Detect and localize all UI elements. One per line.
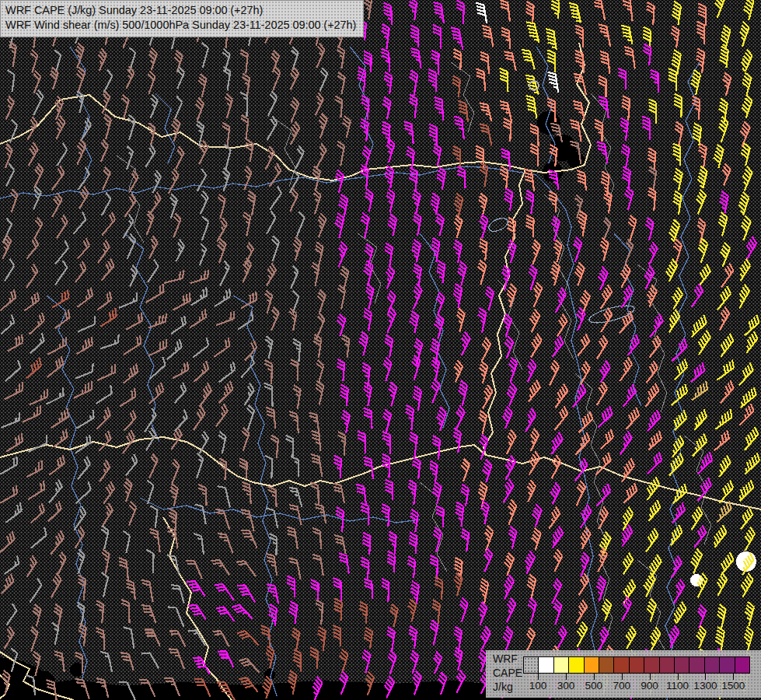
wind-barb <box>685 284 704 307</box>
wind-barb <box>121 600 129 624</box>
wind-barb <box>574 552 590 576</box>
wind-barb <box>96 572 109 597</box>
wind-barb <box>96 212 117 236</box>
wind-barb <box>122 502 138 526</box>
wind-barb <box>430 144 442 166</box>
wind-barb <box>334 72 346 94</box>
wind-barb <box>597 141 607 164</box>
wind-barb <box>218 145 232 170</box>
wind-barb <box>407 0 417 20</box>
wind-barb <box>526 20 539 44</box>
wind-barb <box>45 530 66 554</box>
wind-barb <box>450 406 466 429</box>
wind-barb <box>290 385 301 409</box>
wind-barb <box>46 193 64 217</box>
wind-barb <box>520 551 536 573</box>
wind-barb <box>21 555 39 577</box>
wind-barb <box>27 90 45 115</box>
wind-barb <box>740 453 761 474</box>
legend-color-box <box>539 657 553 673</box>
wind-barb <box>120 66 136 88</box>
wind-barb <box>264 186 283 209</box>
wind-barb <box>382 189 395 213</box>
wind-barb <box>239 656 259 677</box>
wind-barb <box>524 191 534 214</box>
wind-barb <box>500 0 510 23</box>
wind-barb <box>501 500 518 525</box>
wind-barb <box>215 581 234 604</box>
wind-barb <box>241 508 253 533</box>
wind-barb <box>51 215 70 238</box>
wind-barb <box>529 528 543 550</box>
legend-label-wrf: WRF <box>493 652 522 666</box>
wind-barb <box>68 506 88 530</box>
wind-barb <box>51 310 72 328</box>
wind-barb <box>171 583 184 605</box>
wind-barb <box>709 525 728 548</box>
wind-barb <box>93 48 108 71</box>
wind-barb <box>187 406 207 430</box>
wind-barb <box>734 362 756 385</box>
wind-barb <box>693 452 715 474</box>
wind-barb <box>615 264 632 287</box>
wind-barb <box>0 412 23 428</box>
wind-barb <box>524 168 534 192</box>
wind-barb <box>739 236 758 261</box>
wind-barb <box>261 91 278 116</box>
wind-barb <box>640 383 661 407</box>
wind-barb <box>407 311 419 333</box>
legend-color-box <box>630 657 644 673</box>
wind-barb <box>435 96 444 121</box>
wind-barb <box>0 485 20 503</box>
wind-barb <box>525 73 539 96</box>
legend-tick-label: 1300 <box>693 680 717 691</box>
wind-barb <box>236 257 253 282</box>
wind-barb <box>211 289 233 306</box>
wind-barb <box>426 620 439 645</box>
wind-barb <box>21 237 40 258</box>
wind-barb <box>411 47 421 70</box>
wind-barb <box>694 264 713 285</box>
wind-barb <box>410 387 422 411</box>
wind-barb <box>475 308 487 333</box>
wind-barb <box>643 285 658 306</box>
wind-barb <box>525 215 534 237</box>
legend-color-box <box>585 657 599 673</box>
wind-barb <box>456 1 464 25</box>
wind-barb <box>595 532 612 556</box>
wind-barb <box>144 47 158 70</box>
wind-barb <box>410 338 424 363</box>
wind-barb <box>194 74 207 97</box>
legend-tick-label: 1500 <box>721 680 745 691</box>
legend-tick-mark <box>538 674 539 680</box>
wind-barb <box>287 526 298 550</box>
wind-barb <box>24 481 47 499</box>
wind-barb <box>546 28 556 51</box>
wind-barb <box>19 405 44 422</box>
wind-barb <box>120 335 144 355</box>
wind-barb <box>68 527 86 548</box>
wind-barb <box>738 50 754 72</box>
wind-barb <box>365 579 373 600</box>
wind-barb <box>48 289 72 307</box>
wind-barb <box>91 408 113 429</box>
wind-barb <box>521 628 536 650</box>
wind-barb <box>668 68 676 91</box>
wind-barb <box>96 192 113 215</box>
wind-barb <box>169 646 184 671</box>
wind-barb <box>642 218 655 240</box>
wind-barb <box>591 382 609 405</box>
wind-barb <box>411 457 421 478</box>
wind-barb <box>620 408 641 429</box>
wind-barb <box>75 118 93 140</box>
wind-barb <box>715 552 735 575</box>
wind-barb <box>189 361 211 382</box>
legend-color-box <box>705 657 720 673</box>
wind-barb <box>169 240 186 261</box>
wind-barb <box>546 336 565 357</box>
wind-barb <box>308 190 322 214</box>
wind-barb <box>692 605 707 628</box>
wind-barb <box>116 292 139 308</box>
wind-barb <box>519 408 538 432</box>
weather-map-screen: WRF CAPE (J/kg) Sunday 23-11-2025 09:00 … <box>0 0 761 700</box>
